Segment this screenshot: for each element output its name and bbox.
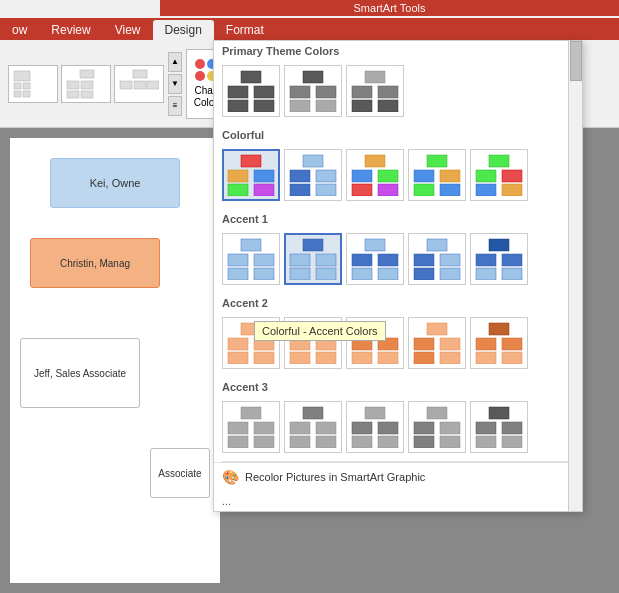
- color-option-p2[interactable]: [284, 65, 342, 117]
- svg-rect-44: [228, 100, 248, 112]
- svg-rect-95: [378, 268, 398, 280]
- svg-rect-101: [489, 239, 509, 251]
- node-christin[interactable]: Christin, Manag: [30, 238, 160, 288]
- section-accent1: Accent 1: [214, 209, 582, 229]
- svg-rect-119: [352, 352, 372, 364]
- svg-rect-140: [316, 436, 336, 448]
- section-accent3: Accent 3: [214, 377, 582, 397]
- section-accent3-label: Accent 3: [222, 381, 268, 393]
- svg-rect-85: [254, 268, 274, 280]
- tab-view[interactable]: View: [103, 20, 153, 40]
- svg-rect-81: [241, 239, 261, 251]
- svg-rect-58: [254, 170, 274, 182]
- tab-design[interactable]: Design: [153, 20, 214, 40]
- color-option-a1-4[interactable]: [408, 233, 466, 285]
- svg-rect-106: [241, 323, 261, 335]
- color-option-a3-3[interactable]: [346, 401, 404, 453]
- node-kei[interactable]: Kei, Owne: [50, 158, 180, 208]
- layout-thumb-3[interactable]: [114, 65, 164, 103]
- svg-rect-100: [440, 268, 460, 280]
- svg-rect-63: [316, 170, 336, 182]
- section-colorful: Colorful: [214, 125, 582, 145]
- node-jeff[interactable]: Jeff, Sales Associate: [20, 338, 140, 408]
- section-colorful-label: Colorful: [222, 129, 264, 141]
- color-option-a1-5[interactable]: [470, 233, 528, 285]
- svg-rect-84: [228, 268, 248, 280]
- svg-rect-59: [228, 184, 248, 196]
- svg-rect-136: [303, 407, 323, 419]
- svg-rect-11: [120, 81, 132, 89]
- svg-rect-62: [290, 170, 310, 182]
- svg-rect-141: [365, 407, 385, 419]
- recolor-pictures-link[interactable]: 🎨 Recolor Pictures in SmartArt Graphic: [214, 462, 582, 491]
- color-option-a3-2[interactable]: [284, 401, 342, 453]
- colorful-color-row: [214, 145, 582, 209]
- color-option-p3[interactable]: [346, 65, 404, 117]
- layout-scroll-more[interactable]: ≡: [168, 96, 182, 116]
- svg-rect-116: [365, 323, 385, 335]
- color-option-a2-1[interactable]: [222, 317, 280, 369]
- svg-rect-151: [489, 407, 509, 419]
- svg-rect-125: [440, 352, 460, 364]
- svg-rect-10: [133, 70, 147, 78]
- more-options[interactable]: ...: [214, 491, 582, 511]
- svg-rect-2: [23, 83, 30, 89]
- svg-rect-146: [427, 407, 447, 419]
- color-option-c5[interactable]: [470, 149, 528, 201]
- svg-rect-129: [476, 352, 496, 364]
- svg-rect-41: [241, 71, 261, 83]
- layout-scroll-up[interactable]: ▲: [168, 52, 182, 72]
- svg-rect-134: [228, 436, 248, 448]
- color-option-a2-4[interactable]: [408, 317, 466, 369]
- smartart-tools-title: SmartArt Tools: [354, 2, 426, 14]
- accent3-color-row: [214, 397, 582, 461]
- tab-format[interactable]: Format: [214, 20, 276, 40]
- color-option-c2[interactable]: [284, 149, 342, 201]
- layout-thumb-2[interactable]: [61, 65, 111, 103]
- layout-scroll-down[interactable]: ▼: [168, 74, 182, 94]
- svg-rect-47: [290, 86, 310, 98]
- color-option-a1-1[interactable]: [222, 233, 280, 285]
- color-option-a3-4[interactable]: [408, 401, 466, 453]
- tab-ow[interactable]: ow: [0, 20, 39, 40]
- node-christin-text: Christin, Manag: [60, 258, 130, 269]
- svg-rect-143: [378, 422, 398, 434]
- svg-rect-145: [378, 436, 398, 448]
- svg-rect-8: [67, 91, 79, 98]
- svg-rect-105: [502, 268, 522, 280]
- scrollbar-thumb[interactable]: [570, 41, 582, 81]
- layout-thumb-1[interactable]: [8, 65, 58, 103]
- svg-rect-71: [427, 155, 447, 167]
- scrollbar-track[interactable]: [568, 41, 582, 511]
- color-option-a2-5[interactable]: [470, 317, 528, 369]
- svg-rect-83: [254, 254, 274, 266]
- color-option-c3[interactable]: [346, 149, 404, 201]
- color-option-a1-3[interactable]: [346, 233, 404, 285]
- svg-rect-152: [476, 422, 496, 434]
- node-assoc[interactable]: Associate: [150, 448, 210, 498]
- svg-rect-127: [476, 338, 496, 350]
- svg-rect-9: [81, 91, 93, 98]
- svg-rect-76: [489, 155, 509, 167]
- svg-rect-45: [254, 100, 274, 112]
- svg-rect-113: [316, 338, 336, 350]
- svg-rect-6: [67, 81, 79, 89]
- color-option-a1-2[interactable]: [284, 233, 342, 285]
- node-jeff-text: Jeff, Sales Associate: [34, 368, 126, 379]
- color-option-a3-5[interactable]: [470, 401, 528, 453]
- color-option-c4[interactable]: [408, 149, 466, 201]
- svg-rect-128: [502, 338, 522, 350]
- color-option-a3-1[interactable]: [222, 401, 280, 453]
- color-option-c1[interactable]: [222, 149, 280, 201]
- svg-rect-12: [134, 81, 146, 89]
- svg-rect-82: [228, 254, 248, 266]
- tab-review[interactable]: Review: [39, 20, 102, 40]
- svg-rect-66: [365, 155, 385, 167]
- color-option-a2-2[interactable]: [284, 317, 342, 369]
- svg-rect-155: [502, 436, 522, 448]
- color-option-p1[interactable]: [222, 65, 280, 117]
- svg-rect-51: [365, 71, 385, 83]
- color-option-a2-3[interactable]: [346, 317, 404, 369]
- svg-rect-52: [352, 86, 372, 98]
- svg-rect-42: [228, 86, 248, 98]
